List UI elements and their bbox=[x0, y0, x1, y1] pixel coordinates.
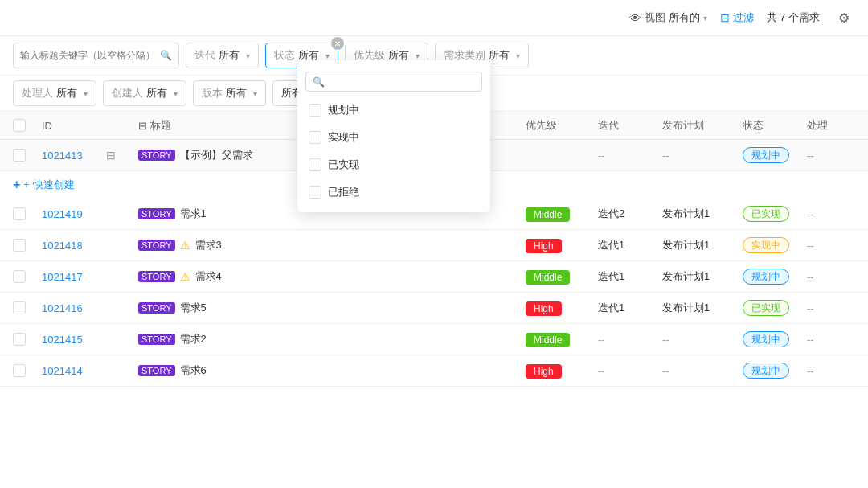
top-bar: 👁 视图 所有的 ▾ ⊟ 过滤 共 7 个需求 ⚙ bbox=[0, 0, 868, 36]
dropdown-item-planning[interactable]: 规划中 bbox=[297, 96, 490, 124]
row-handler: -- bbox=[807, 365, 855, 377]
row-checkbox[interactable] bbox=[13, 364, 42, 377]
row-title: 需求1 bbox=[180, 207, 207, 221]
creator-value: 所有 bbox=[146, 86, 167, 100]
row-checkbox[interactable] bbox=[13, 149, 42, 162]
row-handler: -- bbox=[807, 271, 855, 283]
row-release-plan: 发布计划1 bbox=[662, 238, 743, 252]
iteration-value: 所有 bbox=[219, 48, 240, 63]
keyword-input[interactable] bbox=[20, 50, 157, 61]
plus-icon: + bbox=[13, 178, 20, 192]
dropdown-item-label: 已拒绝 bbox=[328, 185, 359, 199]
row-release-plan: 发布计划1 bbox=[662, 301, 743, 315]
row-title: 需求5 bbox=[180, 301, 207, 315]
row-status: 规划中 bbox=[743, 364, 807, 378]
status-dropdown: 🔍 规划中 实现中 已实现 已拒绝 bbox=[297, 60, 490, 212]
creator-filter[interactable]: 创建人 所有 ▾ bbox=[103, 80, 186, 106]
row-title-cell: STORY 需求2 bbox=[138, 332, 526, 347]
row-checkbox[interactable] bbox=[13, 239, 42, 252]
search-icon: 🔍 bbox=[160, 50, 172, 61]
header-release-plan: 发布计划 bbox=[662, 118, 743, 133]
row-status: 规划中 bbox=[743, 270, 807, 284]
row-title-cell: STORY 需求5 bbox=[138, 301, 526, 315]
eye-icon: 👁 bbox=[629, 11, 641, 25]
table-row: 1021414 STORY 需求6 High -- -- 规划中 -- bbox=[0, 355, 868, 387]
header-id: ID bbox=[42, 120, 106, 132]
handler-arrow-icon: ▾ bbox=[84, 89, 88, 98]
settings-button[interactable]: ⚙ bbox=[833, 6, 855, 29]
table-row: 1021416 STORY 需求5 High 迭代1 发布计划1 已实现 -- bbox=[0, 293, 868, 324]
story-badge: STORY bbox=[138, 302, 175, 314]
row-status: 实现中 bbox=[743, 239, 807, 252]
iteration-filter[interactable]: 迭代 所有 ▾ bbox=[186, 43, 259, 68]
version-filter[interactable]: 版本 所有 ▾ bbox=[193, 80, 266, 106]
row-status: 规划中 bbox=[743, 333, 807, 347]
handler-filter[interactable]: 处理人 所有 ▾ bbox=[13, 80, 96, 106]
dropdown-item-rejected[interactable]: 已拒绝 bbox=[297, 178, 490, 206]
view-selector[interactable]: 👁 视图 所有的 ▾ bbox=[629, 10, 707, 25]
iteration-arrow-icon: ▾ bbox=[246, 51, 250, 60]
requirement-count: 共 7 个需求 bbox=[767, 10, 820, 25]
row-iteration: 迭代1 bbox=[598, 238, 662, 252]
header-checkbox[interactable] bbox=[13, 119, 42, 132]
version-arrow-icon: ▾ bbox=[253, 89, 257, 98]
row-priority: Middle bbox=[526, 334, 598, 346]
status-label: 状态 bbox=[274, 48, 295, 63]
row-checkbox[interactable] bbox=[13, 207, 42, 220]
row-checkbox[interactable] bbox=[13, 333, 42, 346]
table-row: 1021417 STORY ⚠ 需求4 Middle 迭代1 发布计划1 规划中… bbox=[0, 261, 868, 293]
dropdown-item-checkbox[interactable] bbox=[309, 104, 321, 117]
row-title: 需求2 bbox=[180, 332, 207, 347]
row-checkbox[interactable] bbox=[13, 270, 42, 283]
story-badge: STORY bbox=[138, 365, 175, 376]
requirement-type-value: 所有 bbox=[489, 48, 510, 63]
row-id: 1021415 bbox=[42, 334, 106, 346]
creator-arrow-icon: ▾ bbox=[174, 89, 178, 98]
row-iteration: 迭代1 bbox=[598, 301, 662, 315]
row-checkbox[interactable] bbox=[13, 301, 42, 314]
row-iteration: -- bbox=[598, 150, 662, 162]
dropdown-item-implemented[interactable]: 已实现 bbox=[297, 151, 490, 178]
dropdown-item-label: 规划中 bbox=[328, 103, 359, 117]
row-expand[interactable]: ⊟ bbox=[106, 149, 138, 162]
header-iteration: 迭代 bbox=[598, 118, 662, 133]
filter-button[interactable]: ⊟ 过滤 bbox=[720, 10, 754, 25]
dropdown-item-checkbox[interactable] bbox=[309, 131, 321, 144]
row-title-cell: STORY ⚠ 需求4 bbox=[138, 269, 526, 284]
dropdown-item-checkbox[interactable] bbox=[309, 186, 321, 199]
dropdown-item-checkbox[interactable] bbox=[309, 158, 321, 171]
row-handler: -- bbox=[807, 240, 855, 252]
header-handler: 处理 bbox=[807, 118, 855, 133]
row-status: 已实现 bbox=[743, 301, 807, 315]
view-value: 所有的 bbox=[669, 10, 700, 25]
row-release-plan: 发布计划1 bbox=[662, 207, 743, 221]
dropdown-item-implementing[interactable]: 实现中 bbox=[297, 124, 490, 151]
dropdown-item-label: 实现中 bbox=[328, 130, 359, 145]
dropdown-search-wrapper[interactable]: 🔍 bbox=[305, 72, 482, 92]
row-handler: -- bbox=[807, 150, 855, 162]
row-priority: High bbox=[526, 240, 598, 252]
row-title-cell: STORY ⚠ 需求3 bbox=[138, 238, 526, 252]
row-id: 1021419 bbox=[42, 208, 106, 220]
status-filter-close[interactable]: ✕ bbox=[331, 37, 344, 50]
row-id: 1021418 bbox=[42, 240, 106, 252]
warning-icon: ⚠ bbox=[180, 239, 190, 252]
version-label: 版本 bbox=[202, 86, 223, 100]
iteration-label: 迭代 bbox=[194, 48, 215, 63]
row-title: 需求4 bbox=[195, 269, 222, 284]
view-label: 视图 bbox=[645, 10, 665, 25]
row-handler: -- bbox=[807, 302, 855, 314]
row-id: 1021414 bbox=[42, 365, 106, 377]
row-release-plan: -- bbox=[662, 334, 743, 346]
title-expand-icon: ⊟ bbox=[138, 120, 147, 132]
dropdown-search-icon: 🔍 bbox=[313, 76, 325, 88]
dropdown-search-input[interactable] bbox=[330, 76, 475, 88]
header-priority: 优先级 bbox=[526, 118, 598, 133]
row-priority: High bbox=[526, 365, 598, 377]
requirement-type-arrow-icon: ▾ bbox=[516, 51, 520, 60]
row-iteration: 迭代2 bbox=[598, 207, 662, 221]
filter-label: 过滤 bbox=[733, 10, 754, 25]
row-title: 【示例】父需求 bbox=[180, 148, 253, 162]
row-priority: Middle bbox=[526, 208, 598, 220]
keyword-input-wrapper[interactable]: 🔍 bbox=[13, 43, 179, 68]
